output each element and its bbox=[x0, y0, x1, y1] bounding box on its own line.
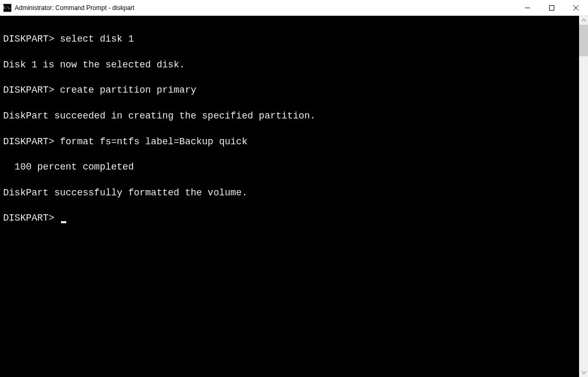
terminal-line bbox=[3, 71, 579, 84]
terminal-line: 100 percent completed bbox=[3, 161, 579, 173]
terminal-line bbox=[3, 97, 579, 110]
titlebar-left: C:\. Administrator: Command Prompt - dis… bbox=[0, 4, 134, 12]
terminal-line bbox=[3, 148, 579, 161]
scroll-up-arrow[interactable] bbox=[579, 16, 588, 25]
close-icon bbox=[573, 5, 579, 11]
maximize-button[interactable] bbox=[540, 0, 564, 15]
terminal-line bbox=[3, 20, 579, 33]
terminal-line: DISKPART> bbox=[3, 212, 579, 224]
scroll-down-arrow[interactable] bbox=[579, 368, 588, 377]
terminal-line: DISKPART> select disk 1 bbox=[3, 33, 579, 45]
window-controls bbox=[515, 0, 588, 15]
terminal-line: DISKPART> format fs=ntfs label=Backup qu… bbox=[3, 135, 579, 148]
minimize-button[interactable] bbox=[515, 0, 540, 15]
terminal-prompt: DISKPART> bbox=[3, 212, 60, 224]
window-title: Administrator: Command Prompt - diskpart bbox=[15, 4, 134, 12]
terminal-line bbox=[3, 199, 579, 212]
terminal-area: DISKPART> select disk 1 Disk 1 is now th… bbox=[0, 16, 588, 377]
chevron-down-icon bbox=[582, 371, 586, 374]
vertical-scrollbar[interactable] bbox=[579, 16, 588, 377]
chevron-up-icon bbox=[582, 19, 586, 22]
scroll-thumb[interactable] bbox=[579, 25, 588, 56]
terminal-line bbox=[3, 174, 579, 186]
titlebar[interactable]: C:\. Administrator: Command Prompt - dis… bbox=[0, 0, 588, 16]
minimize-icon bbox=[525, 5, 530, 11]
app-icon: C:\. bbox=[3, 4, 12, 12]
terminal-line: Disk 1 is now the selected disk. bbox=[3, 58, 579, 71]
terminal-output[interactable]: DISKPART> select disk 1 Disk 1 is now th… bbox=[0, 16, 579, 377]
close-button[interactable] bbox=[564, 0, 588, 15]
maximize-icon bbox=[549, 5, 554, 11]
terminal-cursor bbox=[61, 221, 66, 223]
terminal-line: DiskPart succeeded in creating the speci… bbox=[3, 110, 579, 122]
terminal-line bbox=[3, 122, 579, 135]
terminal-line: DiskPart successfully formatted the volu… bbox=[3, 186, 579, 199]
svg-rect-1 bbox=[550, 5, 554, 10]
terminal-line: DISKPART> create partition primary bbox=[3, 84, 579, 96]
terminal-line bbox=[3, 46, 579, 58]
